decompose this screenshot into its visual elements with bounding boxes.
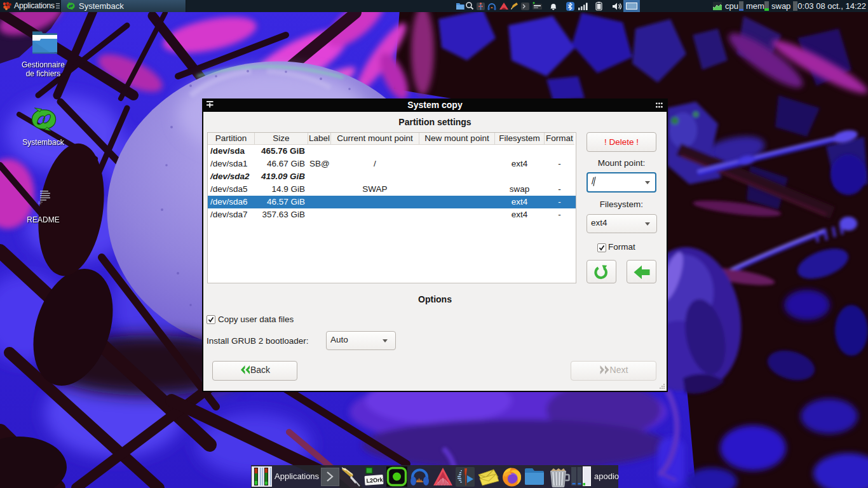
svg-text:L2Ork: L2Ork [366,477,384,484]
